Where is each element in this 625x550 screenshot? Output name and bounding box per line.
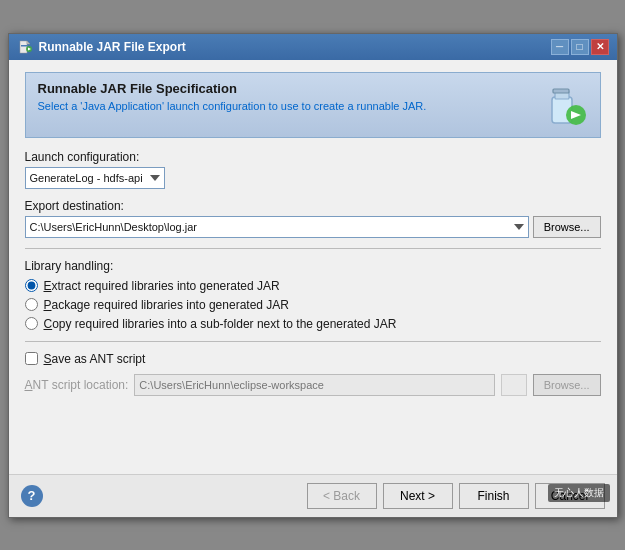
ant-script-input bbox=[134, 374, 494, 396]
minimize-button[interactable]: ─ bbox=[551, 39, 569, 55]
dialog-content: Runnable JAR File Specification Select a… bbox=[9, 60, 617, 414]
svg-rect-1 bbox=[21, 45, 27, 47]
divider-2 bbox=[25, 341, 601, 342]
back-button[interactable]: < Back bbox=[307, 483, 377, 509]
launch-config-group: Launch configuration: GenerateLog - hdfs… bbox=[25, 150, 601, 189]
cancel-button[interactable]: Cancel bbox=[535, 483, 605, 509]
close-button[interactable]: ✕ bbox=[591, 39, 609, 55]
divider-1 bbox=[25, 248, 601, 249]
main-window: Runnable JAR File Export ─ □ ✕ Runnable … bbox=[8, 33, 618, 518]
ant-checkbox-label: Save as ANT script bbox=[44, 352, 146, 366]
launch-config-label: Launch configuration: bbox=[25, 150, 601, 164]
radio-copy-label: Copy required libraries into a sub-folde… bbox=[44, 317, 397, 331]
ant-checkbox-row: Save as ANT script bbox=[25, 352, 601, 366]
export-dest-select[interactable]: C:\Users\EricHunn\Desktop\log.jar bbox=[25, 216, 529, 238]
export-browse-button[interactable]: Browse... bbox=[533, 216, 601, 238]
titlebar: Runnable JAR File Export ─ □ ✕ bbox=[9, 34, 617, 60]
spacer bbox=[9, 414, 617, 474]
library-handling-group: Library handling: Extract required libra… bbox=[25, 259, 601, 331]
section-header-text: Runnable JAR File Specification Select a… bbox=[38, 81, 427, 112]
svg-marker-2 bbox=[27, 41, 30, 44]
titlebar-left: Runnable JAR File Export bbox=[17, 39, 186, 55]
footer-left: ? bbox=[21, 485, 43, 507]
window-icon bbox=[17, 39, 33, 55]
ant-browse-button: Browse... bbox=[533, 374, 601, 396]
svg-rect-0 bbox=[20, 41, 27, 53]
export-dest-label: Export destination: bbox=[25, 199, 601, 213]
launch-config-select[interactable]: GenerateLog - hdfs-api bbox=[25, 167, 165, 189]
export-dest-row: C:\Users\EricHunn\Desktop\log.jar Browse… bbox=[25, 216, 601, 238]
ant-location-row: ANT script location: Browse... bbox=[25, 374, 601, 396]
maximize-button[interactable]: □ bbox=[571, 39, 589, 55]
finish-button[interactable]: Finish bbox=[459, 483, 529, 509]
radio-extract-label: Extract required libraries into generate… bbox=[44, 279, 280, 293]
radio-package[interactable] bbox=[25, 298, 38, 311]
section-description: Select a 'Java Application' launch confi… bbox=[38, 100, 427, 112]
radio-group: Extract required libraries into generate… bbox=[25, 279, 601, 331]
radio-item-package: Package required libraries into generate… bbox=[25, 298, 601, 312]
ant-field-label: ANT script location: bbox=[25, 378, 129, 392]
section-title: Runnable JAR File Specification bbox=[38, 81, 427, 96]
radio-copy[interactable] bbox=[25, 317, 38, 330]
radio-item-copy: Copy required libraries into a sub-folde… bbox=[25, 317, 601, 331]
help-button[interactable]: ? bbox=[21, 485, 43, 507]
titlebar-title: Runnable JAR File Export bbox=[39, 40, 186, 54]
footer: ? < Back Next > Finish Cancel bbox=[9, 474, 617, 517]
titlebar-buttons: ─ □ ✕ bbox=[551, 39, 609, 55]
ant-checkbox[interactable] bbox=[25, 352, 38, 365]
radio-package-label: Package required libraries into generate… bbox=[44, 298, 289, 312]
section-header: Runnable JAR File Specification Select a… bbox=[25, 72, 601, 138]
footer-buttons: < Back Next > Finish Cancel bbox=[307, 483, 605, 509]
next-button[interactable]: Next > bbox=[383, 483, 453, 509]
radio-item-extract: Extract required libraries into generate… bbox=[25, 279, 601, 293]
jar-icon-container bbox=[540, 81, 588, 129]
export-dest-group: Export destination: C:\Users\EricHunn\De… bbox=[25, 199, 601, 238]
radio-extract[interactable] bbox=[25, 279, 38, 292]
svg-rect-7 bbox=[553, 89, 569, 93]
ant-script-select bbox=[501, 374, 527, 396]
library-handling-label: Library handling: bbox=[25, 259, 601, 273]
jar-icon bbox=[540, 81, 588, 129]
